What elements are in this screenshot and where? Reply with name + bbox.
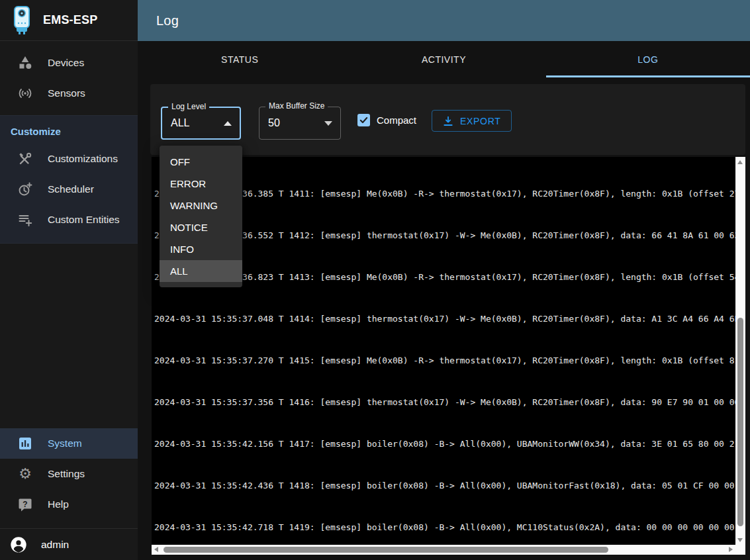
vertical-scrollbar-thumb[interactable] (737, 318, 743, 526)
chevron-down-icon (324, 121, 332, 126)
export-button-label: EXPORT (460, 116, 501, 126)
sidebar-item-label: Scheduler (48, 183, 94, 195)
sidebar-nav: Devices Sensors (0, 48, 138, 109)
sidebar-item-label: Devices (48, 57, 84, 69)
chevron-up-icon (224, 121, 232, 126)
sidebar-section-customize: Customize Customizations (0, 115, 138, 244)
sidebar-item-settings[interactable]: ⚙ Settings (0, 459, 138, 489)
sidebar-item-devices[interactable]: Devices (0, 48, 138, 78)
sidebar-item-custom-entities[interactable]: Custom Entities (0, 205, 138, 235)
sidebar-item-sensors[interactable]: Sensors (0, 78, 138, 109)
assessment-icon (17, 436, 33, 451)
horizontal-scrollbar-thumb[interactable] (164, 547, 608, 553)
export-button[interactable]: EXPORT (432, 110, 512, 132)
log-line: 2024-03-31 15:35:37.048 T 1414: [emsesp]… (154, 312, 735, 326)
checkmark-icon (359, 115, 369, 125)
tab-status[interactable]: STATUS (138, 41, 342, 77)
log-line: 2024-03-31 15:35:42.156 T 1417: [emsesp]… (154, 437, 735, 451)
sidebar: EMS-ESP Devices Sens (0, 0, 138, 560)
menu-item-all[interactable]: ALL (160, 260, 242, 282)
compact-checkbox-label[interactable]: Compact (377, 114, 416, 127)
brand-name: EMS-ESP (43, 13, 97, 27)
sidebar-item-label: Custom Entities (48, 214, 120, 226)
sidebar-item-label: System (48, 438, 82, 449)
main-panel: Log STATUS ACTIVITY LOG Log Level ALL Ma… (138, 0, 750, 560)
compact-checkbox[interactable] (357, 114, 370, 126)
user-menu-admin[interactable]: admin (0, 529, 138, 560)
tools-icon (17, 151, 33, 167)
tab-log[interactable]: LOG (546, 41, 750, 77)
account-circle-icon (9, 536, 28, 554)
sidebar-item-scheduler[interactable]: Scheduler (0, 174, 138, 205)
page-title: Log (156, 13, 179, 28)
menu-item-notice[interactable]: NOTICE (160, 216, 242, 238)
sidebar-item-help[interactable]: ? Help (0, 489, 138, 520)
scroll-up-arrow-icon[interactable] (737, 160, 743, 164)
sidebar-item-label: Customizations (48, 153, 118, 165)
menu-item-warning[interactable]: WARNING (160, 195, 242, 216)
clock-plus-icon (17, 181, 33, 197)
scroll-down-arrow-icon[interactable] (737, 538, 743, 542)
sidebar-item-customizations[interactable]: Customizations (0, 144, 138, 174)
svg-text:?: ? (23, 500, 27, 509)
menu-item-off[interactable]: OFF (160, 151, 242, 173)
scroll-left-arrow-icon[interactable] (154, 547, 158, 552)
log-level-dropdown-menu: OFF ERROR WARNING NOTICE INFO ALL (160, 146, 242, 287)
sidebar-item-label: Settings (48, 468, 85, 480)
appbar: Log (138, 0, 750, 41)
help-bubble-icon: ? (17, 496, 33, 512)
user-label: admin (41, 539, 69, 551)
log-level-select[interactable]: Log Level ALL (161, 107, 241, 140)
tab-activity[interactable]: ACTIVITY (342, 41, 545, 77)
emsesp-boiler-logo-icon (10, 5, 34, 36)
log-line: 2024-03-31 15:35:37.356 T 1416: [emsesp]… (154, 395, 735, 409)
gear-icon: ⚙ (17, 466, 33, 482)
sidebar-bottom: System ⚙ Settings ? Help (0, 428, 138, 560)
menu-item-error[interactable]: ERROR (160, 173, 242, 195)
tab-bar: STATUS ACTIVITY LOG (138, 41, 750, 77)
sensors-icon (17, 85, 33, 101)
sidebar-item-label: Help (48, 498, 69, 510)
app-root: EMS-ESP Devices Sens (0, 0, 750, 560)
scrollbar-corner (735, 545, 745, 555)
log-line: 2024-03-31 15:35:42.718 T 1419: [emsesp]… (154, 520, 735, 534)
category-icon (17, 55, 33, 71)
customize-section-label: Customize (0, 116, 138, 144)
playlist-add-icon (17, 212, 33, 228)
log-line: 2024-03-31 15:35:42.436 T 1418: [emsesp]… (154, 479, 735, 492)
horizontal-scrollbar[interactable] (152, 545, 735, 555)
vertical-scrollbar[interactable] (735, 157, 745, 545)
scroll-right-arrow-icon[interactable] (729, 547, 733, 552)
max-buffer-size-select[interactable]: Max Buffer Size 50 (259, 107, 341, 140)
brand: EMS-ESP (0, 0, 138, 41)
sidebar-item-system[interactable]: System (0, 428, 138, 459)
menu-item-info[interactable]: INFO (160, 238, 242, 260)
log-level-value: ALL (171, 108, 189, 138)
log-line: 2024-03-31 15:35:37.270 T 1415: [emsesp]… (154, 353, 735, 367)
download-icon (442, 115, 454, 127)
max-buffer-size-value: 50 (268, 107, 280, 139)
sidebar-item-label: Sensors (48, 87, 85, 99)
